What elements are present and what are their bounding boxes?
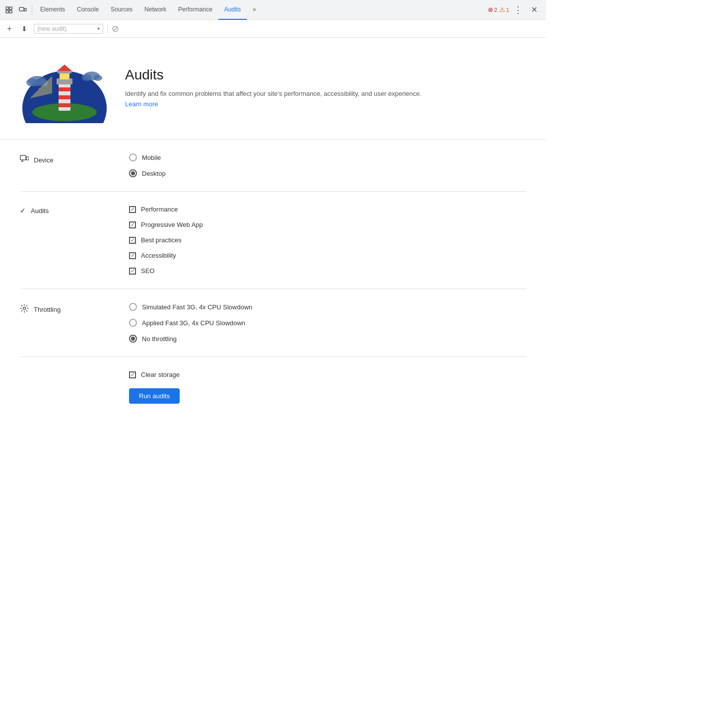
- tab-more[interactable]: »: [247, 0, 262, 20]
- audit-performance-checkbox[interactable]: [129, 206, 136, 213]
- error-icon: ⊗: [488, 6, 493, 13]
- download-icon: ⬇: [21, 25, 27, 33]
- svg-point-10: [96, 70, 98, 72]
- error-count: 2: [494, 7, 497, 13]
- more-options-icon[interactable]: ⋮: [511, 3, 525, 17]
- audit-select[interactable]: (new audit) ▾: [34, 24, 103, 34]
- clear-audit-button[interactable]: ⊘: [112, 23, 119, 34]
- device-icon: [20, 154, 29, 165]
- svg-rect-27: [60, 72, 69, 79]
- audits-row: ✓ Audits Performance Progressive Web App…: [20, 192, 526, 289]
- throttling-applied-label: Applied Fast 3G, 4x CPU Slowdown: [142, 319, 245, 327]
- throttling-applied-radio[interactable]: [129, 319, 137, 327]
- audit-toolbar: + ⬇ (new audit) ▾ ⊘: [0, 20, 546, 38]
- svg-point-12: [99, 83, 100, 84]
- add-icon: +: [7, 24, 11, 33]
- device-options: Mobile Desktop: [129, 153, 166, 177]
- device-mobile-label: Mobile: [142, 154, 161, 161]
- device-desktop-label: Desktop: [142, 170, 166, 177]
- svg-rect-30: [20, 155, 26, 160]
- tab-console-label: Console: [77, 6, 99, 13]
- lighthouse-illustration: [20, 54, 109, 123]
- throttling-none-radio[interactable]: [129, 335, 137, 343]
- throttling-label: Throttling: [20, 303, 129, 315]
- add-audit-button[interactable]: +: [4, 23, 15, 34]
- throttling-applied-option[interactable]: Applied Fast 3G, 4x CPU Slowdown: [129, 319, 253, 327]
- svg-rect-3: [9, 10, 12, 13]
- svg-point-9: [84, 63, 85, 65]
- audit-seo-checkbox[interactable]: [129, 268, 136, 275]
- svg-rect-24: [59, 95, 70, 99]
- audit-pwa-checkbox[interactable]: [129, 221, 136, 228]
- hero-section: Audits Identify and fix common problems …: [0, 38, 546, 140]
- throttling-simulated-radio[interactable]: [129, 303, 137, 311]
- gear-icon: [20, 304, 29, 315]
- tab-network[interactable]: Network: [138, 0, 172, 20]
- svg-point-8: [44, 61, 46, 62]
- chevron-down-icon: ▾: [97, 26, 100, 31]
- settings-section: Device Mobile Desktop ✓ Audits: [0, 140, 546, 357]
- audit-performance-option[interactable]: Performance: [129, 206, 203, 213]
- devtools-tabs: Elements Console Sources Network Perform…: [0, 0, 546, 20]
- svg-rect-0: [6, 7, 8, 9]
- svg-marker-29: [57, 65, 72, 71]
- svg-rect-28: [58, 71, 71, 73]
- throttling-options: Simulated Fast 3G, 4x CPU Slowdown Appli…: [129, 303, 253, 343]
- close-icon[interactable]: ✕: [527, 3, 541, 17]
- audit-best-practices-option[interactable]: Best practices: [129, 236, 203, 244]
- device-mobile-radio[interactable]: [129, 153, 137, 161]
- warning-badge[interactable]: ⚠ 1: [499, 6, 509, 13]
- audit-best-practices-checkbox[interactable]: [129, 237, 136, 244]
- tab-console[interactable]: Console: [71, 0, 105, 20]
- tab-elements[interactable]: Elements: [34, 0, 71, 20]
- device-toggle-icon[interactable]: [16, 3, 30, 17]
- throttling-none-option[interactable]: No throttling: [129, 335, 253, 343]
- device-label-text: Device: [34, 156, 54, 164]
- inspect-icon[interactable]: [2, 3, 16, 17]
- svg-rect-31: [26, 157, 29, 160]
- device-desktop-radio[interactable]: [129, 169, 137, 177]
- audit-seo-option[interactable]: SEO: [129, 267, 203, 275]
- audit-performance-label: Performance: [141, 206, 178, 213]
- throttling-simulated-option[interactable]: Simulated Fast 3G, 4x CPU Slowdown: [129, 303, 253, 311]
- audit-best-practices-label: Best practices: [141, 236, 182, 244]
- device-desktop-option[interactable]: Desktop: [129, 169, 166, 177]
- device-mobile-option[interactable]: Mobile: [129, 153, 166, 161]
- main-content: Audits Identify and fix common problems …: [0, 38, 546, 418]
- download-audit-button[interactable]: ⬇: [19, 23, 30, 34]
- tab-sources[interactable]: Sources: [105, 0, 138, 20]
- clear-storage-label: Clear storage: [141, 371, 180, 378]
- clear-storage-option[interactable]: Clear storage: [129, 371, 526, 378]
- device-label: Device: [20, 153, 129, 165]
- audit-pwa-option[interactable]: Progressive Web App: [129, 221, 203, 228]
- audits-label: ✓ Audits: [20, 206, 129, 215]
- svg-rect-2: [6, 10, 8, 13]
- svg-point-16: [26, 78, 38, 86]
- run-audits-button[interactable]: Run audits: [129, 388, 180, 404]
- svg-rect-5: [24, 8, 26, 11]
- toolbar-divider: [107, 24, 108, 34]
- warning-icon: ⚠: [499, 6, 505, 13]
- audit-accessibility-checkbox[interactable]: [129, 252, 136, 259]
- svg-rect-25: [59, 103, 70, 107]
- tab-performance-label: Performance: [178, 6, 212, 13]
- device-row: Device Mobile Desktop: [20, 140, 526, 192]
- tab-network-label: Network: [144, 6, 166, 13]
- audit-accessibility-option[interactable]: Accessibility: [129, 252, 203, 259]
- hero-description: Identify and fix common problems that af…: [125, 89, 423, 110]
- clear-storage-checkbox[interactable]: [129, 371, 136, 378]
- hero-description-text: Identify and fix common problems that af…: [125, 90, 421, 97]
- tab-audits[interactable]: Audits: [218, 0, 247, 20]
- svg-rect-23: [59, 87, 70, 91]
- audit-select-label: (new audit): [37, 25, 95, 32]
- error-badge[interactable]: ⊗ 2: [488, 6, 497, 13]
- tab-performance[interactable]: Performance: [172, 0, 218, 20]
- svg-point-19: [82, 74, 92, 81]
- tab-divider-1: [32, 5, 32, 15]
- learn-more-link[interactable]: Learn more: [125, 100, 158, 108]
- throttling-simulated-label: Simulated Fast 3G, 4x CPU Slowdown: [142, 303, 253, 311]
- svg-rect-4: [19, 7, 24, 11]
- tab-elements-label: Elements: [40, 6, 65, 13]
- throttling-row: Throttling Simulated Fast 3G, 4x CPU Slo…: [20, 289, 526, 357]
- throttling-label-text: Throttling: [34, 306, 61, 313]
